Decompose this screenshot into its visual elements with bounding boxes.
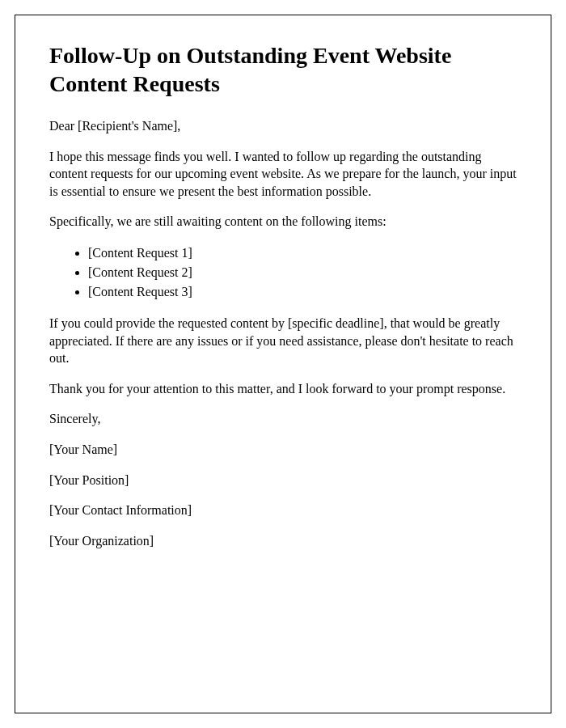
list-item: [Content Request 1]	[88, 243, 517, 263]
signature-contact: [Your Contact Information]	[49, 502, 517, 519]
salutation: Dear [Recipient's Name],	[49, 117, 517, 135]
signature-position: [Your Position]	[49, 472, 517, 489]
signature-name: [Your Name]	[49, 441, 517, 459]
list-item: [Content Request 2]	[88, 263, 517, 282]
signature-organization: [Your Organization]	[49, 532, 517, 550]
closing: Sincerely,	[49, 410, 517, 428]
list-intro-paragraph: Specifically, we are still awaiting cont…	[49, 213, 517, 231]
deadline-paragraph: If you could provide the requested conte…	[49, 315, 517, 367]
content-request-list: [Content Request 1] [Content Request 2] …	[88, 243, 517, 302]
list-item: [Content Request 3]	[88, 282, 517, 302]
document-container: Follow-Up on Outstanding Event Website C…	[15, 15, 551, 713]
intro-paragraph: I hope this message finds you well. I wa…	[49, 148, 517, 201]
thanks-paragraph: Thank you for your attention to this mat…	[49, 380, 517, 398]
document-title: Follow-Up on Outstanding Event Website C…	[49, 41, 517, 98]
